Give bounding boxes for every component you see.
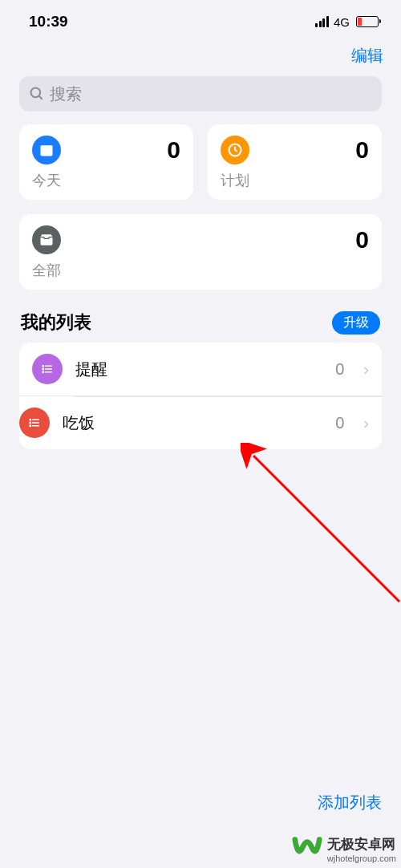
svg-line-1: [39, 96, 43, 99]
all-card[interactable]: 0 全部: [19, 214, 382, 290]
search-placeholder: 搜索: [50, 83, 82, 105]
watermark-logo-icon: [292, 836, 322, 863]
watermark-url: wjhotelgroup.com: [327, 854, 396, 863]
svg-point-7: [43, 368, 44, 370]
status-indicators: 4G: [315, 15, 379, 29]
watermark-name: 无极安卓网: [327, 835, 396, 854]
today-card[interactable]: 0 今天: [19, 124, 193, 200]
calendar-icon: [32, 136, 61, 164]
svg-point-5: [43, 366, 44, 367]
list-item[interactable]: 提醒 0 ›: [19, 343, 382, 395]
inbox-icon: [32, 225, 61, 254]
svg-point-0: [31, 88, 41, 98]
scheduled-count: 0: [355, 136, 369, 164]
section-title: 我的列表: [21, 310, 91, 335]
network-label: 4G: [334, 15, 350, 29]
list-name: 提醒: [75, 359, 322, 380]
chevron-right-icon: ›: [363, 360, 369, 379]
list-bullet-icon: [32, 354, 63, 384]
chevron-right-icon: ›: [363, 414, 369, 432]
svg-point-13: [30, 422, 31, 424]
add-list-button[interactable]: 添加列表: [318, 792, 382, 813]
watermark: 无极安卓网 wjhotelgroup.com: [292, 835, 396, 863]
battery-icon: [356, 16, 379, 27]
list-count: 0: [335, 360, 344, 379]
my-lists: 提醒 0 › 吃饭 0 ›: [19, 343, 382, 449]
all-count: 0: [355, 226, 369, 254]
signal-icon: [315, 16, 329, 27]
annotation-arrow: [241, 443, 401, 611]
svg-point-9: [43, 371, 44, 373]
list-item[interactable]: 吃饭 0 ›: [19, 395, 382, 449]
scheduled-label: 计划: [221, 171, 369, 190]
svg-point-15: [30, 425, 31, 427]
list-count: 0: [335, 414, 344, 432]
list-bullet-icon: [19, 408, 50, 438]
clock-icon: [221, 136, 249, 164]
scheduled-card[interactable]: 0 计划: [208, 124, 382, 200]
toolbar: 编辑: [0, 40, 401, 75]
search-input[interactable]: 搜索: [19, 76, 382, 112]
edit-button[interactable]: 编辑: [351, 45, 383, 67]
search-icon: [29, 86, 45, 102]
today-label: 今天: [32, 171, 180, 190]
status-time: 10:39: [29, 13, 68, 30]
svg-line-17: [253, 456, 399, 602]
today-count: 0: [167, 136, 180, 164]
svg-point-11: [30, 420, 31, 421]
status-bar: 10:39 4G: [0, 0, 401, 40]
all-label: 全部: [32, 261, 369, 280]
svg-rect-3: [41, 145, 53, 148]
list-name: 吃饭: [63, 412, 322, 434]
upgrade-button[interactable]: 升级: [332, 311, 380, 335]
